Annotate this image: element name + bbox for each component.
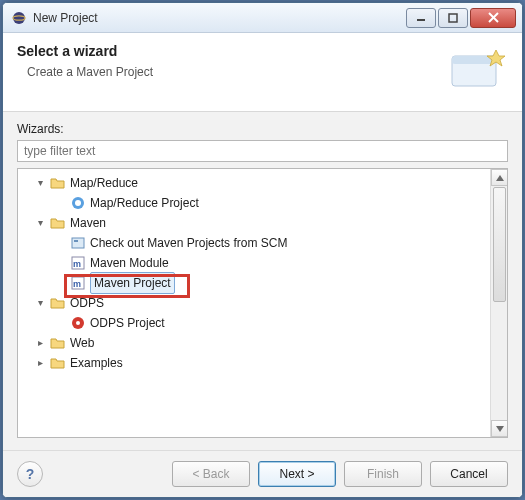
cancel-button[interactable]: Cancel xyxy=(430,461,508,487)
titlebar[interactable]: New Project xyxy=(3,3,522,33)
filter-input[interactable] xyxy=(17,140,508,162)
minimize-button[interactable] xyxy=(406,8,436,28)
maven-module-icon: m xyxy=(70,255,86,271)
wizard-tree[interactable]: ▾ Map/Reduce Map/Reduce Project ▾ Maven xyxy=(18,169,490,437)
tree-item-mapreduce-project[interactable]: Map/Reduce Project xyxy=(20,193,488,213)
folder-open-icon xyxy=(50,295,66,311)
scm-checkout-icon xyxy=(70,235,86,251)
vertical-scrollbar[interactable] xyxy=(490,169,507,437)
svg-rect-3 xyxy=(449,14,457,22)
button-label: Next > xyxy=(279,467,314,481)
close-button[interactable] xyxy=(470,8,516,28)
button-label: < Back xyxy=(192,467,229,481)
banner-title: Select a wizard xyxy=(17,43,444,59)
button-label: Finish xyxy=(367,467,399,481)
help-icon: ? xyxy=(26,466,35,482)
twisty-expanded-icon[interactable]: ▾ xyxy=(32,295,48,311)
wizard-image-icon xyxy=(444,43,508,97)
odps-project-icon xyxy=(70,315,86,331)
tree-label: Map/Reduce xyxy=(70,173,138,193)
tree-item-maven-module[interactable]: m Maven Module xyxy=(20,253,488,273)
tree-category-web[interactable]: ▸ Web xyxy=(20,333,488,353)
tree-category-examples[interactable]: ▸ Examples xyxy=(20,353,488,373)
maven-project-icon: m xyxy=(70,275,86,291)
banner-subtitle: Create a Maven Project xyxy=(27,65,444,79)
svg-point-0 xyxy=(13,12,25,24)
tree-label: Maven Module xyxy=(90,253,169,273)
tree-category-mapreduce[interactable]: ▾ Map/Reduce xyxy=(20,173,488,193)
finish-button[interactable]: Finish xyxy=(344,461,422,487)
mr-project-icon xyxy=(70,195,86,211)
tree-label: Check out Maven Projects from SCM xyxy=(90,233,287,253)
svg-marker-20 xyxy=(496,426,504,432)
twisty-expanded-icon[interactable]: ▾ xyxy=(32,175,48,191)
tree-item-maven-project[interactable]: m Maven Project xyxy=(20,273,488,293)
banner: Select a wizard Create a Maven Project xyxy=(3,33,522,112)
folder-icon xyxy=(50,335,66,351)
svg-marker-19 xyxy=(496,175,504,181)
folder-open-icon xyxy=(50,215,66,231)
folder-open-icon xyxy=(50,175,66,191)
tree-label: Web xyxy=(70,333,94,353)
button-label: Cancel xyxy=(450,467,487,481)
dialog-window: New Project Select a wizard Create a Mav… xyxy=(2,2,523,498)
svg-text:m: m xyxy=(73,259,81,269)
folder-icon xyxy=(50,355,66,371)
twisty-collapsed-icon[interactable]: ▸ xyxy=(32,355,48,371)
next-button[interactable]: Next > xyxy=(258,461,336,487)
wizard-tree-container: ▾ Map/Reduce Map/Reduce Project ▾ Maven xyxy=(17,168,508,438)
tree-item-odps-project[interactable]: ODPS Project xyxy=(20,313,488,333)
svg-text:m: m xyxy=(73,279,81,289)
wizard-body: Wizards: ▾ Map/Reduce Map/Reduce Project… xyxy=(3,112,522,450)
svg-point-18 xyxy=(76,321,80,325)
tree-label-selected: Maven Project xyxy=(90,272,175,294)
scroll-up-icon[interactable] xyxy=(491,169,508,186)
tree-label: ODPS xyxy=(70,293,104,313)
svg-point-10 xyxy=(75,200,81,206)
button-bar: ? < Back Next > Finish Cancel xyxy=(3,450,522,497)
wizards-label: Wizards: xyxy=(17,122,508,136)
svg-rect-11 xyxy=(72,238,84,248)
tree-label: Map/Reduce Project xyxy=(90,193,199,213)
scroll-thumb[interactable] xyxy=(493,187,506,302)
tree-item-maven-scm[interactable]: Check out Maven Projects from SCM xyxy=(20,233,488,253)
scroll-down-icon[interactable] xyxy=(491,420,508,437)
twisty-collapsed-icon[interactable]: ▸ xyxy=(32,335,48,351)
tree-label: ODPS Project xyxy=(90,313,165,333)
help-button[interactable]: ? xyxy=(17,461,43,487)
window-title: New Project xyxy=(33,11,404,25)
svg-rect-12 xyxy=(74,240,78,242)
tree-label: Maven xyxy=(70,213,106,233)
back-button[interactable]: < Back xyxy=(172,461,250,487)
tree-category-maven[interactable]: ▾ Maven xyxy=(20,213,488,233)
tree-category-odps[interactable]: ▾ ODPS xyxy=(20,293,488,313)
eclipse-icon xyxy=(11,10,27,26)
twisty-expanded-icon[interactable]: ▾ xyxy=(32,215,48,231)
maximize-button[interactable] xyxy=(438,8,468,28)
tree-label: Examples xyxy=(70,353,123,373)
